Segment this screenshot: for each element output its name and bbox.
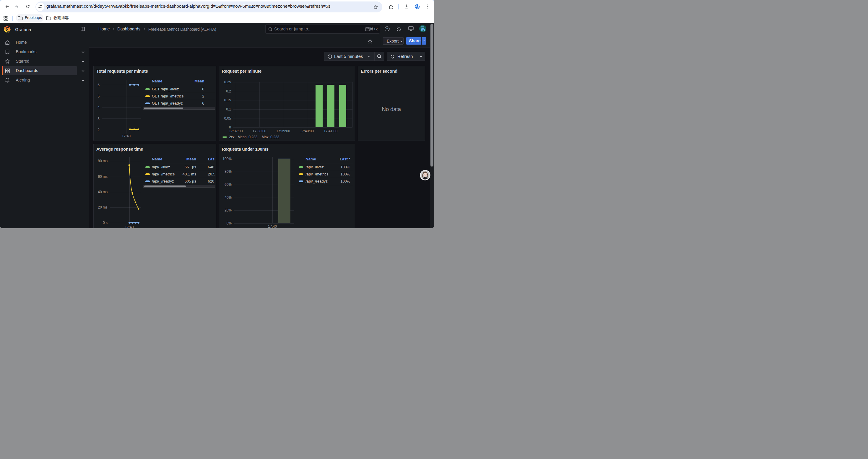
svg-text:?: ? xyxy=(386,27,388,30)
